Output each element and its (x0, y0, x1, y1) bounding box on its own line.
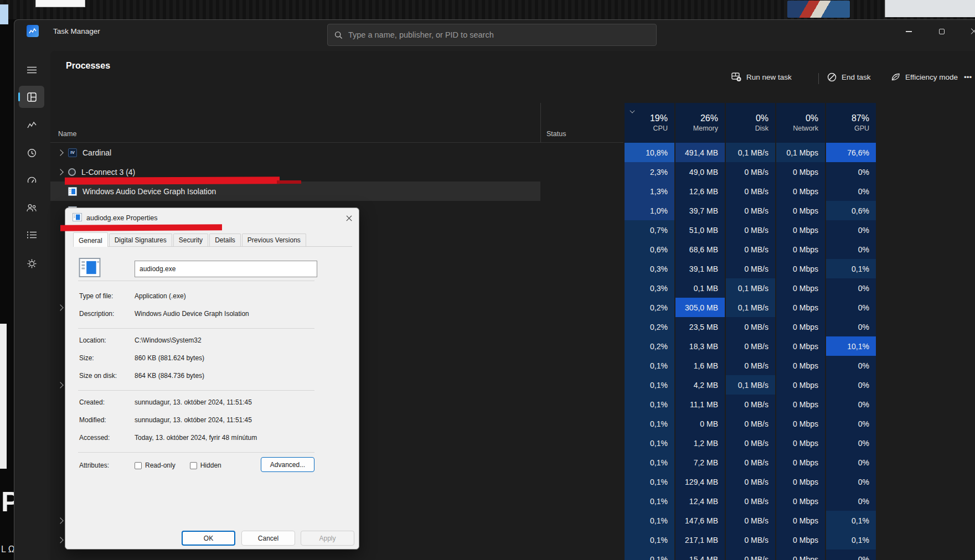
status-cell[interactable] (540, 453, 623, 472)
status-cell[interactable] (540, 549, 623, 560)
memory-cell[interactable]: 12,4 MB (674, 491, 725, 511)
memory-cell[interactable]: 12,6 MB (674, 182, 725, 201)
cpu-cell[interactable]: 0,2% (623, 317, 674, 336)
expand-chevron-icon[interactable] (57, 517, 63, 523)
disk-cell[interactable]: 0 MB/s (725, 472, 775, 491)
readonly-checkbox-box[interactable] (135, 462, 142, 469)
disk-cell[interactable]: 0 MB/s (725, 549, 775, 560)
gpu-cell[interactable]: 0% (825, 278, 876, 298)
disk-cell[interactable]: 0 MB/s (725, 453, 775, 472)
end-task-button[interactable]: End task (827, 68, 871, 86)
network-cell[interactable]: 0 Mbps (775, 259, 825, 278)
network-cell[interactable]: 0 Mbps (775, 336, 825, 356)
status-cell[interactable] (540, 182, 623, 201)
status-cell[interactable] (540, 240, 623, 259)
gpu-cell[interactable]: 0% (825, 298, 876, 317)
disk-cell[interactable]: 0 MB/s (725, 220, 775, 240)
disk-cell[interactable]: 0 MB/s (725, 395, 775, 414)
cpu-cell[interactable]: 0,6% (623, 240, 674, 259)
network-cell[interactable]: 0 Mbps (775, 298, 825, 317)
cpu-cell[interactable]: 0,1% (623, 414, 674, 433)
memory-cell[interactable]: 39,7 MB (674, 201, 725, 220)
cpu-cell[interactable]: 0,1% (623, 395, 674, 414)
status-cell[interactable] (540, 201, 623, 220)
gpu-cell[interactable]: 0,1% (825, 530, 876, 549)
cpu-cell[interactable]: 2,3% (623, 162, 674, 182)
table-row[interactable]: IV Cardinal 10,8% 491,4 MB 0,1 MB/s 0,1 … (50, 143, 975, 162)
status-cell[interactable] (540, 278, 623, 298)
tab-security[interactable]: Security (173, 234, 208, 246)
filename-field[interactable]: audiodg.exe (135, 261, 317, 277)
gpu-cell[interactable]: 0% (825, 356, 876, 375)
cpu-cell[interactable]: 0,1% (623, 453, 674, 472)
memory-cell[interactable]: 51,0 MB (674, 220, 725, 240)
memory-cell[interactable]: 491,4 MB (674, 143, 725, 162)
hidden-checkbox-box[interactable] (190, 462, 197, 469)
memory-cell[interactable]: 1,2 MB (674, 433, 725, 453)
gpu-cell[interactable]: 0% (825, 549, 876, 560)
memory-cell[interactable]: 39,1 MB (674, 259, 725, 278)
tab-digital-signatures[interactable]: Digital Signatures (109, 234, 172, 246)
disk-cell[interactable]: 0 MB/s (725, 201, 775, 220)
status-cell[interactable] (540, 511, 623, 530)
sidebar-item-performance[interactable] (19, 114, 44, 136)
network-cell[interactable]: 0 Mbps (775, 278, 825, 298)
memory-cell[interactable]: 11,1 MB (674, 395, 725, 414)
network-cell[interactable]: 0 Mbps (775, 375, 825, 395)
memory-cell[interactable]: 1,6 MB (674, 356, 725, 375)
disk-cell[interactable]: 0 MB/s (725, 336, 775, 356)
expand-chevron-icon[interactable] (57, 169, 63, 175)
disk-cell[interactable]: 0 MB/s (725, 491, 775, 511)
network-cell[interactable]: 0 Mbps (775, 182, 825, 201)
network-cell[interactable]: 0 Mbps (775, 317, 825, 336)
disk-cell[interactable]: 0,1 MB/s (725, 375, 775, 395)
name-cell[interactable] (50, 549, 540, 560)
disk-cell[interactable]: 0,1 MB/s (725, 278, 775, 298)
memory-cell[interactable]: 23,5 MB (674, 317, 725, 336)
status-cell[interactable] (540, 356, 623, 375)
gpu-cell[interactable]: 0,6% (825, 201, 876, 220)
status-cell[interactable] (540, 414, 623, 433)
cpu-cell[interactable]: 0,7% (623, 220, 674, 240)
gpu-cell[interactable]: 0% (825, 182, 876, 201)
dialog-close-button[interactable] (341, 211, 357, 225)
sidebar-item-services[interactable] (19, 252, 44, 274)
gpu-cell[interactable]: 76,6% (825, 143, 876, 162)
tab-previous-versions[interactable]: Previous Versions (242, 234, 306, 246)
tab-general[interactable]: General (73, 232, 108, 247)
gpu-cell[interactable]: 0% (825, 317, 876, 336)
efficiency-mode-button[interactable]: Efficiency mode (891, 68, 958, 86)
network-cell[interactable]: 0 Mbps (775, 395, 825, 414)
disk-cell[interactable]: 0,1 MB/s (725, 143, 775, 162)
gpu-cell[interactable]: 0% (825, 453, 876, 472)
tab-details[interactable]: Details (209, 234, 241, 246)
network-cell[interactable]: 0 Mbps (775, 433, 825, 453)
gpu-cell[interactable]: 0,1% (825, 511, 876, 530)
gpu-cell[interactable]: 0% (825, 220, 876, 240)
memory-cell[interactable]: 68,6 MB (674, 240, 725, 259)
disk-cell[interactable]: 0 MB/s (725, 182, 775, 201)
search-input[interactable] (348, 30, 649, 39)
expand-chevron-icon[interactable] (57, 537, 63, 543)
gpu-cell[interactable]: 0,1% (825, 259, 876, 278)
gpu-cell[interactable]: 0% (825, 433, 876, 453)
memory-cell[interactable]: 4,2 MB (674, 375, 725, 395)
gpu-cell[interactable]: 0% (825, 414, 876, 433)
minimize-button[interactable] (896, 20, 921, 43)
search-box[interactable] (327, 24, 657, 46)
status-cell[interactable] (540, 220, 623, 240)
ok-button[interactable]: OK (182, 531, 235, 546)
memory-cell[interactable]: 15,4 MB (674, 549, 725, 560)
column-header-status[interactable]: Status (540, 103, 623, 143)
hidden-checkbox[interactable]: Hidden (190, 462, 221, 469)
cpu-cell[interactable]: 10,8% (623, 143, 674, 162)
table-row[interactable]: 0,1% 15,4 MB 0 MB/s 0 Mbps 0% (50, 549, 975, 560)
table-row[interactable]: Windows Audio Device Graph Isolation 1,3… (50, 182, 975, 201)
network-cell[interactable]: 0 Mbps (775, 472, 825, 491)
sidebar-item-users[interactable] (19, 196, 44, 219)
cpu-cell[interactable]: 0,2% (623, 336, 674, 356)
status-cell[interactable] (540, 259, 623, 278)
disk-cell[interactable]: 0 MB/s (725, 259, 775, 278)
sidebar-menu-button[interactable] (19, 59, 44, 81)
network-cell[interactable]: 0 Mbps (775, 162, 825, 182)
